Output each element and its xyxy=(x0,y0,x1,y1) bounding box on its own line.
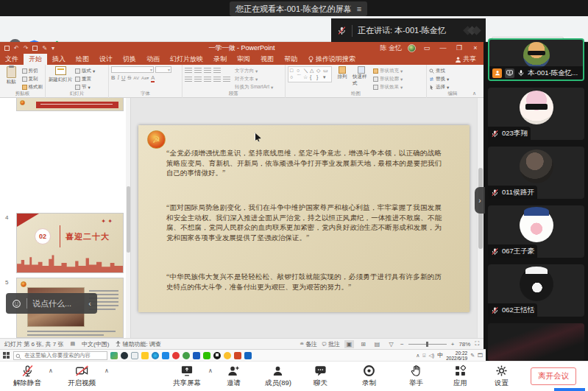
tab-review[interactable]: 审阅 xyxy=(232,54,255,65)
taskbar-app-icon[interactable] xyxy=(121,352,128,359)
underline-icon[interactable]: U xyxy=(121,74,125,81)
zoom-slider[interactable] xyxy=(408,344,447,345)
notification-icon[interactable]: 🗔 xyxy=(478,353,483,358)
fit-window-icon[interactable]: ⛶ xyxy=(475,340,479,348)
ppt-user-avatar[interactable] xyxy=(408,44,416,52)
close-button[interactable]: × xyxy=(470,44,481,52)
tab-design[interactable]: 设计 xyxy=(94,54,118,65)
video-options-caret[interactable]: ∧ xyxy=(105,367,109,374)
tab-record[interactable]: 录制 xyxy=(208,54,232,65)
text-direction-button[interactable]: 文字方向 ▾ xyxy=(235,68,273,74)
tab-view[interactable]: 视图 xyxy=(255,54,279,65)
mail-icon[interactable] xyxy=(162,352,169,359)
language-indicator[interactable]: 中文(中国) xyxy=(82,340,109,348)
accessibility-status[interactable]: 辅助功能: 调查 xyxy=(116,340,160,348)
participant-tile[interactable]: 011侯路开 xyxy=(488,147,584,199)
replace-button[interactable]: 替换 ▾ xyxy=(429,76,476,82)
cut-button[interactable]: 剪切 xyxy=(22,68,43,74)
edge-icon[interactable] xyxy=(152,352,159,359)
participant-tile[interactable]: 062王恬恬 xyxy=(488,264,584,317)
new-slide-button[interactable]: 新建幻灯片 xyxy=(48,66,73,91)
italic-icon[interactable]: I xyxy=(117,74,119,81)
unmute-options-caret[interactable]: ∧ xyxy=(49,367,53,374)
tab-help[interactable]: 帮助 xyxy=(279,54,302,65)
proofing-icon[interactable]: ▤ xyxy=(70,341,75,347)
start-video-button[interactable]: 开启视频 xyxy=(68,364,96,388)
sidebar-collapse-handle[interactable]: › xyxy=(475,187,485,214)
opera-icon[interactable] xyxy=(172,352,180,359)
raise-hand-button[interactable]: 举手 xyxy=(409,364,423,388)
align-text-button[interactable]: 对齐文本 ▾ xyxy=(235,76,273,82)
taskbar-app-icon[interactable] xyxy=(224,352,231,359)
notes-button[interactable]: ≐备注 xyxy=(300,340,317,348)
settings-button[interactable]: 设置 xyxy=(495,364,509,388)
zoom-in-icon[interactable]: + xyxy=(451,341,455,348)
slide-thumbnail-3[interactable] xyxy=(16,98,124,111)
tab-file[interactable]: 文件 xyxy=(0,54,24,65)
shape-effects-button[interactable]: 形状效果 ▾ xyxy=(373,84,403,91)
columns-icon[interactable] xyxy=(223,77,230,82)
tray-mic-icon[interactable]: ⌻ xyxy=(422,353,425,359)
unmute-button[interactable]: 解除静音 xyxy=(13,364,41,388)
slide-thumbnail-4[interactable]: ✦ ✦ 02 喜迎二十大 xyxy=(16,213,124,273)
layout-button[interactable]: 版式 ▾ xyxy=(75,68,95,74)
align-center-icon[interactable] xyxy=(194,77,202,82)
minimize-button[interactable]: — xyxy=(438,44,448,52)
task-view-icon[interactable] xyxy=(131,352,138,359)
tab-animations[interactable]: 动画 xyxy=(141,54,165,65)
bold-icon[interactable]: B xyxy=(111,74,115,81)
taskbar-clock[interactable]: 20:22 2022/6/19 xyxy=(446,351,467,361)
line-spacing-icon[interactable] xyxy=(213,68,221,74)
taskbar-app-icon[interactable] xyxy=(110,352,118,359)
search-input[interactable] xyxy=(24,352,105,359)
emoji-smile-icon[interactable] xyxy=(12,299,21,309)
tab-slideshow[interactable]: 幻灯片放映 xyxy=(165,54,208,65)
strikethrough-icon[interactable]: S xyxy=(127,74,131,81)
shapes-gallery[interactable]: □○＼△◇▭ ○⌒☆{}▾ xyxy=(288,66,332,82)
ime-indicator[interactable]: 中 xyxy=(437,351,443,359)
word-icon[interactable] xyxy=(193,352,200,359)
font-name-combobox[interactable]: ▾ xyxy=(111,66,154,73)
pen-settings-icon[interactable]: ✎ xyxy=(470,353,475,359)
participant-tile[interactable]: 067王子豪 xyxy=(488,205,584,258)
zoom-out-icon[interactable]: − xyxy=(400,341,404,348)
banner-menu-icon[interactable]: ≡ xyxy=(357,4,361,13)
slide-sorter-view-button[interactable]: ⊞ xyxy=(358,340,368,348)
char-spacing-icon[interactable]: AV xyxy=(133,76,139,80)
normal-view-button[interactable]: ▣ xyxy=(344,340,354,348)
smartart-button[interactable]: 转换为 SmartArt ▾ xyxy=(235,84,273,91)
arrange-button[interactable]: 排列 xyxy=(335,66,350,80)
quick-styles-button[interactable]: 快速样式 xyxy=(353,66,370,87)
zoom-percent[interactable]: 78% xyxy=(458,341,470,348)
font-size-combobox[interactable]: ▾ xyxy=(155,66,171,73)
paste-button[interactable]: 粘贴 xyxy=(2,66,21,91)
bullets-icon[interactable] xyxy=(185,68,192,74)
leave-meeting-button[interactable]: 离开会议 xyxy=(531,367,576,385)
slideshow-view-button[interactable]: ▽ xyxy=(386,340,396,348)
members-button[interactable]: 成员(89) xyxy=(265,364,291,388)
shape-outline-button[interactable]: 形状轮廓 ▾ xyxy=(373,76,403,82)
align-right-icon[interactable] xyxy=(204,77,211,82)
font-color-icon[interactable]: A xyxy=(151,74,155,82)
qq-icon[interactable] xyxy=(213,352,221,359)
invite-button[interactable]: 邀请 xyxy=(227,364,241,388)
tab-home[interactable]: 开始 xyxy=(24,54,47,65)
chat-button[interactable]: 聊天 xyxy=(314,364,327,388)
section-button[interactable]: 节 ▾ xyxy=(75,84,95,91)
thumbnail-scrollbar[interactable] xyxy=(126,98,131,338)
indent-icon[interactable] xyxy=(204,68,211,74)
copy-button[interactable]: 复制 xyxy=(22,76,43,82)
participant-tile-partial[interactable] xyxy=(488,323,584,361)
file-explorer-icon[interactable] xyxy=(141,352,149,359)
chevron-left-icon[interactable]: ‹ xyxy=(88,299,91,308)
find-button[interactable]: 查找 xyxy=(429,68,476,74)
tab-transitions[interactable]: 切换 xyxy=(118,54,141,65)
tab-insert[interactable]: 插入 xyxy=(47,54,71,65)
tray-expand-icon[interactable]: ∧ xyxy=(416,353,419,359)
apps-button[interactable]: 应用 xyxy=(453,364,467,388)
restore-button[interactable]: ❐ xyxy=(454,44,464,52)
start-button[interactable] xyxy=(3,352,10,359)
browser-icon[interactable] xyxy=(183,352,190,359)
taskbar-app-icon[interactable] xyxy=(244,352,252,359)
numbering-icon[interactable] xyxy=(194,68,202,74)
